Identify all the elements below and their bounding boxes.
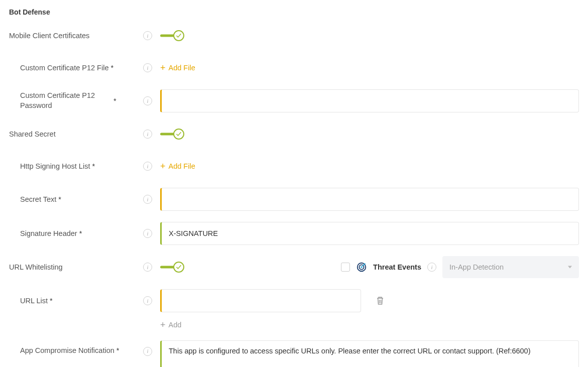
add-file-button[interactable]: + Add File	[160, 162, 195, 171]
custom-cert-password-input[interactable]	[160, 89, 579, 112]
row-mobile-client-certificates: Mobile Client Certificates i	[9, 25, 579, 46]
in-app-detection-select: In-App Detection	[442, 256, 579, 278]
info-icon[interactable]: i	[143, 162, 152, 171]
add-url-label: Add	[169, 321, 182, 329]
label-http-signing-host-list: Http Signing Host List	[20, 162, 90, 170]
threat-events-label: Threat Events	[373, 263, 421, 271]
label-app-compromise-notification: App Compromise Notification	[20, 346, 114, 354]
url-list-input[interactable]	[160, 289, 361, 312]
label-custom-cert-password: Custom Certificate P12 Password	[20, 91, 110, 110]
info-icon[interactable]: i	[143, 31, 152, 40]
toggle-mobile-client-certificates[interactable]	[160, 30, 184, 41]
row-http-signing-host-list: Http Signing Host List * i + Add File	[9, 156, 579, 177]
required-mark: *	[113, 97, 116, 105]
row-shared-secret: Shared Secret i	[9, 124, 579, 145]
plus-icon: +	[160, 320, 166, 329]
target-icon	[356, 262, 367, 273]
info-icon[interactable]: i	[143, 296, 152, 305]
select-value: In-App Detection	[449, 263, 504, 271]
label-url-whitelisting: URL Whitelisting	[9, 263, 63, 271]
label-custom-cert-file: Custom Certificate P12 File	[20, 64, 108, 72]
info-icon[interactable]: i	[143, 195, 152, 204]
info-icon[interactable]: i	[143, 63, 152, 72]
secret-text-input[interactable]	[160, 188, 579, 211]
required-mark: *	[58, 195, 61, 203]
info-icon[interactable]: i	[143, 96, 152, 105]
row-app-compromise-notification: App Compromise Notification * i 112 / 25…	[9, 340, 579, 367]
row-custom-cert-password: Custom Certificate P12 Password * i	[9, 89, 579, 112]
add-file-label: Add File	[169, 162, 195, 170]
label-url-list: URL List	[20, 297, 48, 305]
add-file-button[interactable]: + Add File	[160, 63, 195, 72]
info-icon[interactable]: i	[427, 263, 436, 272]
plus-icon: +	[160, 162, 166, 171]
check-icon	[176, 131, 182, 137]
row-secret-text: Secret Text * i	[9, 188, 579, 211]
trash-icon	[376, 296, 384, 305]
required-mark: *	[50, 297, 53, 305]
required-mark: *	[79, 229, 82, 237]
row-custom-cert-file: Custom Certificate P12 File * i + Add Fi…	[9, 57, 579, 78]
label-shared-secret: Shared Secret	[9, 130, 56, 138]
label-mobile-client-certificates: Mobile Client Certificates	[9, 32, 89, 40]
check-icon	[176, 264, 182, 270]
chevron-down-icon	[568, 266, 572, 269]
info-icon[interactable]: i	[143, 130, 152, 139]
required-mark: *	[110, 64, 113, 72]
info-icon[interactable]: i	[143, 229, 152, 238]
svg-point-2	[361, 266, 363, 268]
section-title: Bot Defense	[9, 8, 579, 16]
app-compromise-notification-textarea[interactable]	[160, 340, 579, 367]
info-icon[interactable]: i	[143, 263, 152, 272]
check-icon	[176, 33, 182, 39]
signature-header-input[interactable]	[160, 222, 579, 245]
toggle-url-whitelisting[interactable]	[160, 262, 184, 273]
plus-icon: +	[160, 63, 166, 72]
row-url-list: URL List * i	[9, 289, 579, 312]
toggle-shared-secret[interactable]	[160, 129, 184, 140]
row-signature-header: Signature Header * i	[9, 222, 579, 245]
delete-url-button[interactable]	[373, 294, 387, 308]
required-mark: *	[116, 346, 120, 354]
label-signature-header: Signature Header	[20, 229, 77, 237]
add-url-button[interactable]: + Add	[160, 320, 181, 329]
row-url-whitelisting: URL Whitelisting i Threat Events i In	[9, 256, 579, 278]
info-icon[interactable]: i	[143, 347, 152, 356]
add-file-label: Add File	[169, 64, 195, 72]
required-mark: *	[92, 162, 95, 170]
threat-events-checkbox[interactable]	[341, 263, 350, 272]
label-secret-text: Secret Text	[20, 195, 56, 203]
